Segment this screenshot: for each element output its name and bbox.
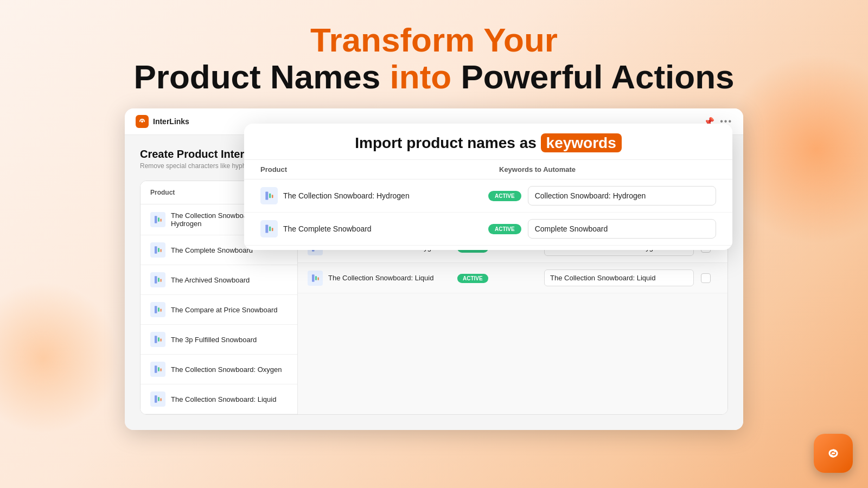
svg-rect-8 [158,278,159,282]
hero-line2-post: Powerful Actions [451,58,734,95]
svg-rect-12 [161,309,162,312]
sidebar-item-label: The Archived Snowboard [171,276,250,284]
svg-rect-36 [272,228,273,231]
sidebar-item[interactable]: The Compare at Price Snowboard [141,295,297,325]
app-logo-icon [136,115,149,128]
sidebar-item[interactable]: The Collection Snowboard: Liquid [141,384,297,414]
product-cell: The Collection Snowboard: Liquid [308,271,457,286]
product-thumb [150,332,165,347]
status-badge: ACTIVE [457,274,488,283]
svg-rect-32 [269,194,271,198]
table-row: The Collection Snowboard: Liquid ACTIVE [298,263,727,293]
svg-rect-34 [265,225,268,233]
svg-rect-7 [155,277,157,284]
product-name: The Collection Snowboard: Liquid [328,274,433,282]
popup-kw-cell: ACTIVE [488,219,716,239]
svg-rect-20 [158,397,159,402]
svg-rect-21 [161,399,162,401]
svg-rect-9 [161,279,162,282]
popup-kw-cell: ACTIVE [488,186,716,206]
popup-thumb [260,187,278,204]
background-blob-left [0,282,119,434]
product-thumb [150,272,165,287]
popup-col-keywords: Keywords to Automate [488,165,716,174]
hero-line2: Product Names into Powerful Actions [0,59,868,95]
svg-rect-31 [265,192,268,200]
popup-product-name: The Collection Snowboard: Hydrogen [283,191,410,200]
popup-table-header: Product Keywords to Automate [244,159,732,179]
svg-rect-16 [155,366,157,374]
svg-rect-3 [161,219,162,222]
popup-title-pre: Import product names as [355,134,540,151]
svg-rect-10 [155,306,157,314]
svg-rect-13 [155,336,157,344]
svg-rect-35 [269,227,271,231]
svg-rect-28 [312,274,315,282]
svg-rect-33 [272,195,273,198]
svg-rect-11 [158,308,159,312]
svg-rect-5 [158,248,159,253]
popup-keyword-input[interactable] [528,219,716,239]
popup-row: The Collection Snowboard: Hydrogen ACTIV… [244,179,732,213]
product-thumb [150,242,165,258]
popup-title: Import product names as keywords [355,133,621,152]
popup-col-product: Product [260,165,488,174]
svg-rect-6 [161,249,162,252]
hero-title: Transform Your Product Names into Powerf… [0,0,868,108]
sidebar-item-label: The Compare at Price Snowboard [171,306,278,314]
hero-line1: Transform Your [0,22,868,59]
sidebar-item-label: The Collection Snowboard: Liquid [171,395,276,403]
svg-rect-18 [161,369,162,371]
product-thumb [150,391,165,407]
sidebar-item[interactable]: The Archived Snowboard [141,265,297,295]
svg-rect-19 [155,396,157,403]
product-thumb [150,362,165,377]
link-chain-icon [822,442,845,465]
svg-rect-30 [318,277,319,280]
popup-title-bar: Import product names as keywords [244,124,732,159]
popup-product-name: The Complete Snowboard [283,224,372,233]
sidebar-item-label: The Collection Snowboard: Oxygen [171,365,282,374]
product-thumb [308,271,323,286]
popup-row: The Complete Snowboard ACTIVE [244,213,732,246]
sidebar-item[interactable]: The Collection Snowboard: Oxygen [141,355,297,384]
keyword-input[interactable] [544,269,694,286]
product-thumb [150,302,165,317]
app-icon-button[interactable] [814,434,853,473]
popup-rows-container: The Collection Snowboard: Hydrogen ACTIV… [244,179,732,246]
popup-badge: ACTIVE [488,224,521,234]
popup-thumb [260,220,278,237]
svg-point-0 [141,120,143,123]
product-thumb [150,212,165,227]
svg-rect-4 [155,247,157,254]
sidebar-item-label: The 3p Fulfilled Snowboard [171,336,257,344]
svg-rect-29 [315,276,317,280]
svg-rect-1 [155,216,157,224]
svg-rect-15 [161,339,162,342]
popup-badge: ACTIVE [488,191,521,201]
sidebar-item[interactable]: The 3p Fulfilled Snowboard [141,325,297,355]
hero-line2-highlight: into [390,58,452,95]
popup-product-cell: The Collection Snowboard: Hydrogen [260,187,488,204]
popup-title-highlight: keywords [541,133,622,152]
popup-card: Import product names as keywords Product… [244,124,732,250]
svg-rect-2 [158,218,159,222]
svg-rect-14 [158,338,159,342]
row-checkbox[interactable] [701,273,711,283]
sidebar-item-label: The Complete Snowboard [171,246,253,254]
svg-rect-17 [158,368,159,372]
popup-product-cell: The Complete Snowboard [260,220,488,237]
hero-line2-pre: Product Names [134,58,390,95]
popup-keyword-input[interactable] [528,186,716,206]
